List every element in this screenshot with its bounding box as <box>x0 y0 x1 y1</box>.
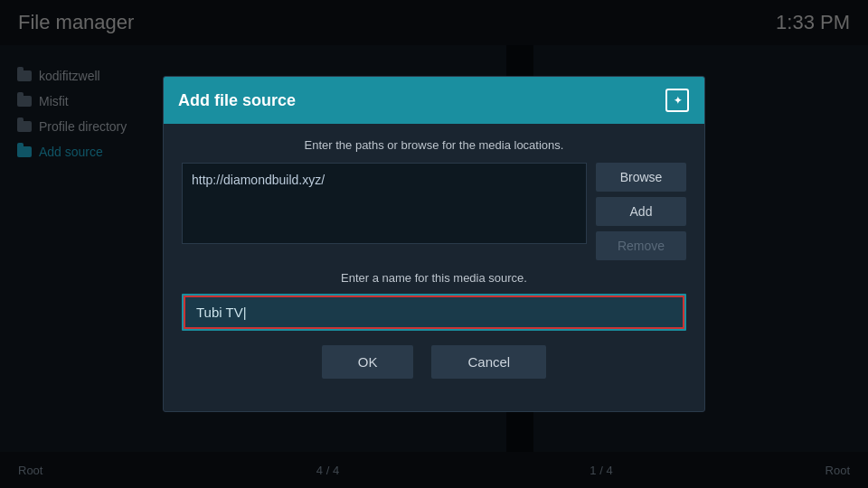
dialog-footer: OK Cancel <box>182 345 686 397</box>
add-file-source-dialog: Add file source ✦ Enter the paths or bro… <box>163 76 705 412</box>
name-instruction: Enter a name for this media source. <box>182 271 686 285</box>
add-button[interactable]: Add <box>596 197 686 226</box>
name-input[interactable] <box>185 297 683 327</box>
ok-button[interactable]: OK <box>322 345 414 379</box>
dialog-title: Add file source <box>178 91 296 110</box>
cancel-button[interactable]: Cancel <box>431 345 546 379</box>
browse-button[interactable]: Browse <box>596 163 686 192</box>
name-input-inner <box>184 296 684 329</box>
name-input-wrapper <box>182 294 686 331</box>
url-instruction: Enter the paths or browse for the media … <box>182 138 686 152</box>
modal-overlay: Add file source ✦ Enter the paths or bro… <box>0 0 868 488</box>
url-area: Browse Add Remove <box>182 163 686 260</box>
url-input[interactable] <box>182 163 587 244</box>
url-button-group: Browse Add Remove <box>596 163 686 260</box>
dialog-header: Add file source ✦ <box>164 77 704 124</box>
kodi-logo: ✦ <box>665 89 689 112</box>
remove-button[interactable]: Remove <box>596 231 686 260</box>
kodi-icon: ✦ <box>665 88 690 113</box>
dialog-body: Enter the paths or browse for the media … <box>164 124 704 411</box>
